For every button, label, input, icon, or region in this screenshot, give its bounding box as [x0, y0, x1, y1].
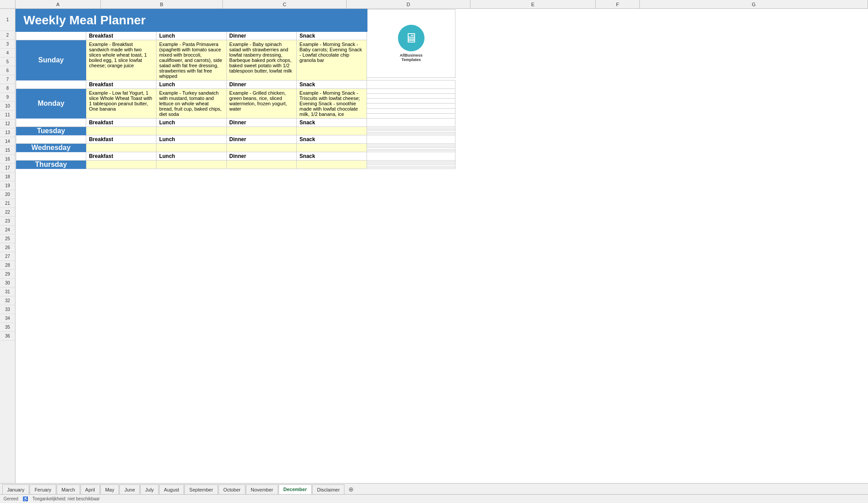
tab-february[interactable]: Feruary — [30, 484, 56, 494]
wednesday-content-row: Wednesday — [16, 144, 596, 145]
sunday-dinner-cell[interactable]: Example - Baby spinach salad with strawb… — [226, 40, 297, 81]
thursday-label: Thursday — [35, 161, 67, 168]
title-text: Weekly Meal Planner — [23, 13, 146, 27]
monday-dinner-cell[interactable]: Example - Grilled chicken, green beans, … — [226, 89, 297, 119]
wednesday-snack-header: Snack — [297, 135, 367, 144]
tab-july[interactable]: July — [140, 484, 159, 494]
monday-breakfast-text: Example - Low fat Yogurt, 1 slice Whole … — [89, 90, 152, 111]
thursday-dinner-header: Dinner — [226, 152, 297, 161]
sheet-tabs-bar: January Feruary March April May June Jul… — [0, 483, 868, 494]
sunday-lunch-cell[interactable]: Example - Pasta Primavera (spaghetti wit… — [156, 40, 226, 81]
thursday-breakfast-header: Breakfast — [86, 152, 157, 161]
thursday-header-row: Breakfast Lunch Dinner Snack — [16, 152, 596, 161]
col-header-b: B — [101, 0, 223, 8]
monday-breakfast-cell[interactable]: Example - Low fat Yogurt, 1 slice Whole … — [86, 89, 157, 119]
sunday-snack-header: Snack — [297, 31, 367, 40]
thursday-dinner-cell[interactable] — [226, 161, 297, 169]
row-num-3: 3 — [0, 40, 15, 49]
wednesday-breakfast-cell[interactable] — [86, 144, 157, 152]
sunday-content-row: Sunday Example - Breakfast sandwich made… — [16, 40, 596, 78]
sunday-day-cell: Sunday — [16, 40, 86, 81]
tab-may[interactable]: May — [100, 484, 119, 494]
tuesday-breakfast-cell[interactable] — [86, 127, 157, 135]
tuesday-snack-header: Snack — [297, 119, 367, 127]
row-num-33: 33 — [0, 305, 15, 314]
row-num-6: 6 — [0, 66, 15, 75]
tuesday-empty-header — [16, 119, 86, 127]
status-ready: Gereed — [4, 496, 18, 501]
row-num-10: 10 — [0, 102, 15, 111]
tuesday-lunch-header: Lunch — [156, 119, 226, 127]
row-num-19: 19 — [0, 181, 15, 190]
tab-december[interactable]: December — [279, 484, 312, 494]
sunday-empty-header — [16, 31, 86, 40]
wednesday-lunch-cell[interactable] — [156, 144, 226, 152]
row-num-31: 31 — [0, 288, 15, 296]
sunday-dinner-text: Example - Baby spinach salad with strawb… — [229, 42, 292, 73]
tab-march[interactable]: March — [57, 484, 80, 494]
spreadsheet: A B C D E F G 1 2 3 4 5 6 7 8 9 10 11 12… — [0, 0, 868, 503]
sunday-breakfast-text: Example - Breakfast sandwich made with t… — [89, 42, 147, 68]
wednesday-label: Wednesday — [31, 144, 71, 151]
grid-content: Weekly Meal Planner 🖥 AllBusiness Templa… — [15, 9, 868, 483]
row-num-36: 36 — [0, 332, 15, 341]
sunday-dinner-header: Dinner — [226, 31, 297, 40]
thursday-lunch-header: Lunch — [156, 152, 226, 161]
logo-brand-name: AllBusiness — [400, 53, 423, 58]
row-num-7: 7 — [0, 75, 15, 84]
monday-empty-header — [16, 81, 86, 89]
tuesday-snack-cell[interactable] — [297, 127, 367, 135]
tuesday-breakfast-header: Breakfast — [86, 119, 157, 127]
tab-june[interactable]: June — [119, 484, 140, 494]
tab-january[interactable]: January — [2, 484, 29, 494]
row-num-15: 15 — [0, 146, 15, 155]
sunday-snack-cell[interactable]: Example - Morning Snack - Baby carrots; … — [297, 40, 367, 81]
thursday-breakfast-cell[interactable] — [86, 161, 157, 169]
thursday-empty-header — [16, 152, 86, 161]
status-bar: Gereed ♿ Toegankelijkheid: niet beschikb… — [0, 494, 868, 503]
tuesday-content-row: Tuesday — [16, 127, 596, 128]
row-num-35: 35 — [0, 323, 15, 332]
row-num-18: 18 — [0, 173, 15, 181]
row-num-28: 28 — [0, 261, 15, 270]
monday-snack-text: Example - Morning Snack - Triscuits with… — [299, 90, 360, 117]
thursday-content-row: Thursday — [16, 161, 596, 162]
tab-september[interactable]: September — [184, 484, 218, 494]
sunday-lunch-text: Example - Pasta Primavera (spaghetti wit… — [159, 42, 222, 79]
sunday-snack-text: Example - Morning Snack - Baby carrots; … — [299, 42, 362, 63]
tuesday-dinner-cell[interactable] — [226, 127, 297, 135]
tab-november[interactable]: November — [246, 484, 278, 494]
row-num-5: 5 — [0, 58, 15, 66]
row-num-24: 24 — [0, 226, 15, 234]
status-accessibility: Toegankelijkheid: niet beschikbaar — [32, 496, 99, 501]
main-area: 1 2 3 4 5 6 7 8 9 10 11 12 13 14 15 16 1… — [0, 9, 868, 483]
tab-april[interactable]: April — [80, 484, 100, 494]
sunday-header-row: Breakfast Lunch Dinner Snack — [16, 31, 596, 40]
wednesday-dinner-cell[interactable] — [226, 144, 297, 152]
col-header-f: F — [596, 0, 640, 8]
thursday-snack-cell[interactable] — [297, 161, 367, 169]
wednesday-snack-cell[interactable] — [297, 144, 367, 152]
col-header-e: E — [470, 0, 596, 8]
tuesday-lunch-cell[interactable] — [156, 127, 226, 135]
row-num-21: 21 — [0, 199, 15, 208]
monday-lunch-text: Example - Turkey sandwich with mustard, … — [159, 90, 222, 117]
monday-snack-header: Snack — [297, 81, 367, 89]
row-num-8: 8 — [0, 84, 15, 93]
monday-snack-cell[interactable]: Example - Morning Snack - Triscuits with… — [297, 89, 367, 119]
sunday-breakfast-cell[interactable]: Example - Breakfast sandwich made with t… — [86, 40, 157, 81]
tab-october[interactable]: October — [218, 484, 245, 494]
row-num-11: 11 — [0, 111, 15, 119]
col-header-c: C — [223, 0, 347, 8]
wednesday-dinner-header: Dinner — [226, 135, 297, 144]
logo-cell: 🖥 AllBusiness Templates — [367, 9, 455, 78]
logo-icon: 🖥 — [398, 25, 424, 51]
monday-lunch-cell[interactable]: Example - Turkey sandwich with mustard, … — [156, 89, 226, 119]
tab-august[interactable]: August — [159, 484, 184, 494]
tab-add-button[interactable]: ⊕ — [345, 484, 357, 494]
row-num-22: 22 — [0, 208, 15, 217]
monday-label: Monday — [38, 100, 64, 107]
thursday-lunch-cell[interactable] — [156, 161, 226, 169]
row-num-29: 29 — [0, 270, 15, 279]
tab-disclaimer[interactable]: Disclaimer — [312, 484, 344, 494]
